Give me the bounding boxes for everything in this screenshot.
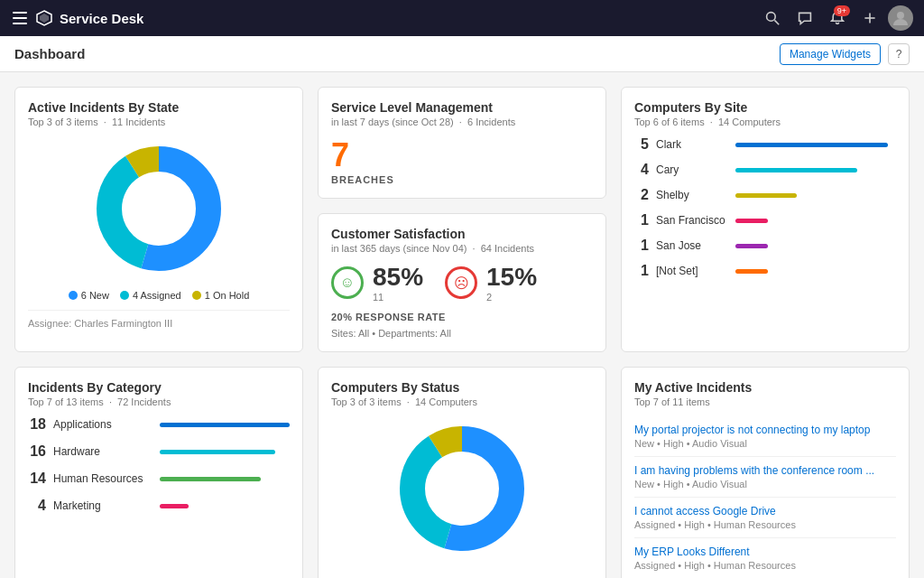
- csat-subtitle: in last 365 days (since Nov 04) · 64 Inc…: [331, 243, 593, 254]
- incidents-by-category-title: Incidents By Category: [28, 380, 290, 395]
- legend-assigned-label: 4 Assigned: [133, 290, 181, 301]
- incidents-by-category-list: 18 Applications 16 Hardware 14 Human Res…: [28, 416, 290, 514]
- svg-rect-1: [13, 17, 27, 19]
- site-name: San Francisco: [656, 214, 728, 227]
- site-count: 2: [634, 187, 649, 203]
- active-incidents-chart: 6 New 4 Assigned 1 On Hold: [28, 136, 290, 301]
- incident-item: My ERP Looks Different Assigned • High •…: [634, 538, 896, 578]
- svg-line-6: [774, 20, 779, 24]
- computers-by-site-list: 5 Clark 4 Cary 2 Shelby 1 San Francisco …: [634, 136, 896, 279]
- category-name: Applications: [53, 418, 152, 431]
- brand-name: Service Desk: [60, 11, 143, 26]
- active-incidents-legend: 6 New 4 Assigned 1 On Hold: [69, 290, 250, 301]
- site-bar: [735, 168, 857, 172]
- csat-title: Customer Satisfaction: [331, 227, 593, 241]
- category-name: Marketing: [53, 499, 152, 512]
- csat-response-rate: 20% RESPONSE RATE: [331, 312, 593, 322]
- site-row: 2 Shelby: [634, 187, 896, 203]
- notifications-button[interactable]: 9+: [823, 4, 852, 33]
- legend-assigned-dot: [120, 291, 129, 300]
- active-incidents-title: Active Incidents By State: [28, 100, 290, 115]
- computers-by-status-title: Computers By Status: [331, 380, 593, 395]
- site-count: 1: [634, 212, 649, 228]
- csat-negative-count: 2: [486, 292, 537, 303]
- manage-widgets-button[interactable]: Manage Widgets: [780, 43, 881, 65]
- chat-button[interactable]: [790, 4, 819, 33]
- csat-negative-icon: ☹: [445, 266, 477, 299]
- brand-logo-icon: [36, 10, 52, 26]
- site-bar: [735, 193, 797, 198]
- slm-subtitle: in last 7 days (since Oct 28) · 6 Incide…: [331, 117, 593, 127]
- site-count: 4: [634, 162, 649, 178]
- page-title: Dashboard: [14, 46, 85, 61]
- incident-meta: New • High • Audio Visual: [634, 479, 896, 489]
- legend-assigned: 4 Assigned: [120, 290, 181, 301]
- site-count: 1: [634, 238, 649, 254]
- csat-filter: Sites: All • Departments: All: [331, 328, 593, 339]
- subheader-actions: Manage Widgets ?: [780, 43, 910, 65]
- category-bar: [160, 504, 189, 508]
- active-incidents-subtitle: Top 3 of 3 items · 11 Incidents: [28, 117, 290, 127]
- computers-by-site-subtitle: Top 6 of 6 items · 14 Computers: [634, 117, 896, 127]
- category-bar-container: [160, 477, 290, 481]
- site-bar: [735, 269, 768, 274]
- site-name: Cary: [656, 163, 728, 176]
- site-bar-container: [735, 143, 896, 147]
- site-bar-container: [735, 193, 896, 198]
- incidents-by-category-subtitle: Top 7 of 13 items · 72 Incidents: [28, 396, 290, 407]
- csat-negative: ☹ 15% 2: [445, 263, 537, 303]
- site-bar-container: [735, 168, 896, 172]
- active-incidents-card: Active Incidents By State Top 3 of 3 ite…: [14, 87, 303, 352]
- svg-point-17: [426, 452, 498, 525]
- incident-title[interactable]: I am having problems with the conference…: [634, 464, 896, 477]
- site-row: 1 San Francisco: [634, 212, 896, 228]
- site-bar-container: [735, 244, 896, 248]
- svg-rect-0: [13, 12, 27, 14]
- csat-positive-pct: 85%: [373, 263, 423, 292]
- legend-onhold: 1 On Hold: [192, 290, 250, 301]
- category-bar-container: [160, 504, 290, 508]
- hamburger-icon[interactable]: [11, 9, 29, 27]
- csat-positive: ☺ 85% 11: [331, 263, 423, 303]
- category-name: Hardware: [53, 445, 152, 458]
- help-button[interactable]: ?: [888, 43, 910, 65]
- computers-by-status-subtitle: Top 3 of 3 items · 14 Computers: [331, 396, 593, 407]
- category-name: Human Resources: [53, 472, 152, 485]
- legend-new-label: 6 New: [81, 290, 109, 301]
- csat-positive-data: 85% 11: [373, 263, 423, 303]
- category-row: 18 Applications: [28, 416, 290, 433]
- legend-onhold-label: 1 On Hold: [205, 290, 250, 301]
- svg-rect-2: [13, 23, 27, 24]
- my-active-incidents-subtitle: Top 7 of 11 items: [634, 396, 896, 407]
- site-row: 5 Clark: [634, 136, 896, 153]
- incident-title[interactable]: My ERP Looks Different: [634, 545, 896, 558]
- csat-negative-data: 15% 2: [486, 263, 537, 303]
- computers-by-site-title: Computers By Site: [634, 100, 896, 115]
- category-row: 14 Human Resources: [28, 471, 290, 487]
- site-row: 1 [Not Set]: [634, 263, 896, 279]
- site-name: [Not Set]: [656, 265, 728, 277]
- slm-title: Service Level Management: [331, 100, 593, 115]
- brand: Service Desk: [11, 9, 758, 27]
- middle-col: Service Level Management in last 7 days …: [318, 87, 606, 352]
- user-avatar[interactable]: [888, 5, 913, 31]
- site-bar-container: [735, 269, 896, 274]
- subheader: Dashboard Manage Widgets ?: [0, 36, 924, 72]
- incident-title[interactable]: My portal projector is not connecting to…: [634, 424, 896, 436]
- site-name: Clark: [656, 138, 728, 151]
- category-bar: [160, 450, 275, 454]
- csat-positive-icon: ☺: [331, 266, 364, 299]
- incident-title[interactable]: I cannot access Google Drive: [634, 505, 896, 517]
- add-button[interactable]: [855, 4, 884, 33]
- search-button[interactable]: [758, 4, 787, 33]
- legend-new: 6 New: [69, 290, 109, 301]
- slm-label: BREACHES: [331, 174, 593, 185]
- site-name: Shelby: [656, 189, 728, 201]
- csat-row: ☺ 85% 11 ☹ 15% 2: [331, 263, 593, 303]
- nav-actions: 9+: [758, 4, 913, 33]
- my-active-incidents-card: My Active Incidents Top 7 of 11 items My…: [621, 367, 910, 578]
- incident-meta: New • High • Audio Visual: [634, 438, 896, 449]
- top-nav: Service Desk 9+: [0, 0, 924, 36]
- category-row: 4 Marketing: [28, 498, 290, 514]
- category-count: 18: [28, 416, 46, 433]
